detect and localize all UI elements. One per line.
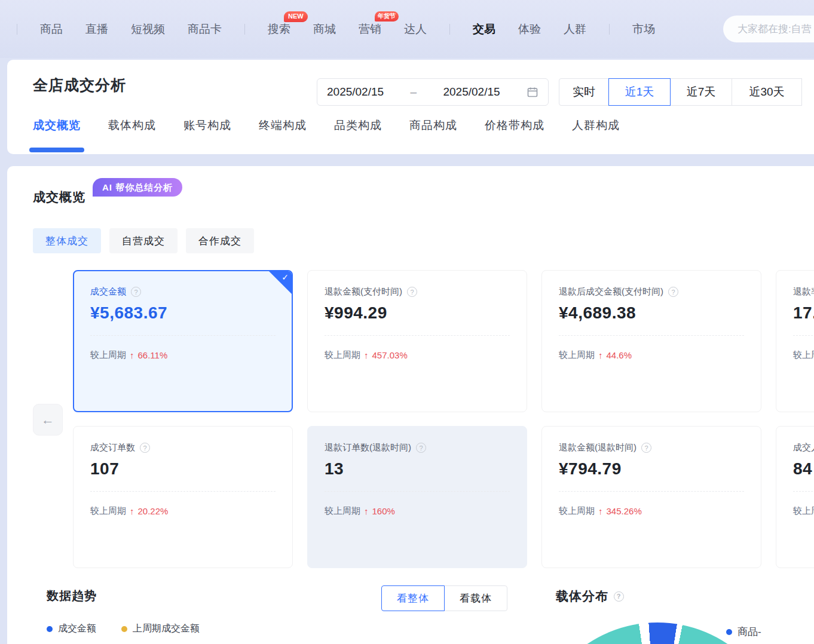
change-label: 较上周期: [90, 505, 126, 517]
card-divider: [793, 491, 814, 492]
help-icon[interactable]: ?: [416, 443, 426, 453]
metric-card-deal-buyers[interactable]: 成交人 84 较上周期: [776, 426, 814, 568]
up-arrow-icon: ↑: [130, 350, 134, 360]
scope-self-operated-chip[interactable]: 自营成交: [109, 228, 178, 253]
date-end: 2025/02/15: [443, 85, 500, 99]
change-label: 较上周期: [325, 349, 360, 361]
legend-item-deal-amount[interactable]: 成交金额: [47, 622, 96, 635]
scope-cooperation-chip[interactable]: 合作成交: [186, 228, 254, 253]
card-divider: [325, 335, 510, 336]
metric-label: 退款订单数(退款时间): [325, 442, 411, 453]
help-icon[interactable]: ?: [641, 443, 651, 453]
nav-item-market[interactable]: 市场: [632, 22, 655, 37]
tab-carrier-composition[interactable]: 载体构成: [108, 118, 156, 133]
metric-label: 退款后成交金额(支付时间): [559, 286, 663, 298]
change-value: 345.26%: [607, 506, 642, 516]
up-arrow-icon: ↑: [130, 506, 134, 516]
metric-value: ¥5,683.67: [90, 303, 276, 323]
nav-item-experience[interactable]: 体验: [518, 22, 541, 37]
card-divider: [325, 491, 510, 492]
range-realtime-button[interactable]: 实时: [559, 78, 609, 106]
page-header-panel: 全店成交分析 2025/02/15 – 2025/02/15 实时 近1天 近7…: [7, 60, 814, 154]
scope-toggle-group: 整体成交 自营成交 合作成交: [33, 228, 254, 253]
trend-legend: 成交金额 上周期成交金额: [47, 622, 200, 635]
overview-section-title: 成交概览: [33, 189, 85, 206]
distribution-section-title: 载体分布 ?: [556, 588, 624, 605]
time-range-group: 实时 近1天 近7天 近30天: [559, 78, 802, 106]
nav-item-live[interactable]: 直播: [85, 22, 108, 37]
pie-legend-item[interactable]: 商品-: [726, 625, 761, 639]
metric-card-refund-amount-refund-time[interactable]: 退款金额(退款时间) ? ¥794.79 较上周期 ↑ 345.26%: [541, 426, 761, 568]
ai-summary-badge[interactable]: AI 帮你总结分析: [93, 178, 182, 197]
tab-account-composition[interactable]: 账号构成: [183, 118, 231, 133]
calendar-icon: [527, 86, 538, 98]
help-icon[interactable]: ?: [131, 287, 141, 297]
change-label: 较上周期: [559, 505, 595, 517]
metric-label: 退款金额(退款时间): [559, 442, 636, 453]
tab-audience-composition[interactable]: 人群构成: [572, 118, 620, 133]
help-icon[interactable]: ?: [668, 287, 678, 297]
metric-card-refund-orders[interactable]: 退款订单数(退款时间) ? 13 较上周期 ↑ 160%: [307, 426, 527, 568]
nav-item-search[interactable]: 搜索 NEW: [268, 22, 290, 37]
tab-terminal-composition[interactable]: 终端构成: [259, 118, 307, 133]
metric-card-refund-amount-pay-time[interactable]: 退款金额(支付时间) ? ¥994.29 较上周期 ↑ 457.03%: [307, 270, 527, 412]
metric-card-deal-amount[interactable]: ✓ 成交金额 ? ¥5,683.67 较上周期 ↑ 66.11%: [73, 270, 293, 412]
legend-dot-blue: [47, 626, 53, 632]
overview-panel: 成交概览 AI 帮你总结分析 整体成交 自营成交 合作成交 ✓ 成交金额 ? ¥…: [7, 166, 814, 644]
nav-item-trade[interactable]: 交易: [473, 22, 495, 37]
change-value: 20.22%: [138, 506, 169, 516]
date-start: 2025/02/15: [327, 85, 384, 99]
nav-item-product-card[interactable]: 商品卡: [188, 22, 222, 37]
date-range-picker[interactable]: 2025/02/15 – 2025/02/15: [317, 78, 549, 106]
range-1day-button[interactable]: 近1天: [608, 78, 671, 106]
nav-divider: [17, 24, 17, 35]
nav-item-short-video[interactable]: 短视频: [131, 22, 165, 37]
metric-value: 107: [90, 459, 276, 479]
nav-divider: [244, 24, 245, 35]
metric-cards-grid: ✓ 成交金额 ? ¥5,683.67 较上周期 ↑ 66.11% 退款金额(支付…: [73, 270, 814, 568]
metric-label: 成交订单数: [90, 442, 135, 453]
date-separator: –: [411, 85, 417, 99]
nav-item-products[interactable]: 商品: [40, 22, 63, 37]
metric-value: 84: [793, 459, 814, 479]
metric-card-deal-orders[interactable]: 成交订单数 ? 107 较上周期 ↑ 20.22%: [73, 426, 293, 568]
legend-item-prev-period-deal-amount[interactable]: 上周期成交金额: [121, 622, 200, 635]
view-overall-button[interactable]: 看整体: [381, 585, 445, 611]
card-divider: [559, 335, 744, 336]
help-icon[interactable]: ?: [407, 287, 417, 297]
nav-divider: [449, 24, 450, 35]
nav-item-audience[interactable]: 人群: [564, 22, 586, 37]
metric-card-refund-rate[interactable]: 退款率 17.4 较上周期: [776, 270, 814, 412]
view-carrier-button[interactable]: 看载体: [444, 585, 507, 611]
change-label: 较上周期: [793, 505, 814, 517]
nav-item-influencer[interactable]: 达人: [404, 22, 427, 37]
cards-scroll-left-button[interactable]: ←: [33, 404, 63, 436]
change-label: 较上周期: [90, 349, 126, 361]
range-30day-button[interactable]: 近30天: [732, 78, 802, 106]
up-arrow-icon: ↑: [364, 506, 369, 516]
tab-category-composition[interactable]: 品类构成: [334, 118, 382, 133]
nav-item-marketing[interactable]: 营销 年货节: [359, 22, 381, 37]
metric-label: 退款率: [793, 286, 814, 298]
trend-section-title: 数据趋势: [47, 588, 97, 604]
change-label: 较上周期: [559, 349, 595, 361]
new-badge: NEW: [284, 11, 308, 22]
search-input[interactable]: [723, 16, 814, 42]
top-nav-bar: 商品 直播 短视频 商品卡 搜索 NEW 商城 营销 年货节 达人 交易 体验 …: [0, 0, 814, 58]
range-7day-button[interactable]: 近7天: [670, 78, 732, 106]
up-arrow-icon: ↑: [598, 350, 603, 360]
metric-value: 17.4: [793, 303, 814, 323]
metric-value: ¥794.79: [559, 459, 744, 479]
analysis-tabs: 成交概览 载体构成 账号构成 终端构成 品类构成 商品构成 价格带构成 人群构成: [33, 118, 620, 133]
metric-card-net-deal-amount[interactable]: 退款后成交金额(支付时间) ? ¥4,689.38 较上周期 ↑ 44.6%: [541, 270, 761, 412]
change-label: 较上周期: [793, 349, 814, 361]
up-arrow-icon: ↑: [364, 350, 369, 360]
help-icon[interactable]: ?: [140, 443, 150, 453]
change-value: 160%: [372, 506, 395, 516]
help-icon[interactable]: ?: [614, 591, 624, 602]
tab-deal-overview[interactable]: 成交概览: [33, 118, 81, 133]
nav-item-mall[interactable]: 商城: [313, 22, 336, 37]
scope-overall-chip[interactable]: 整体成交: [33, 228, 101, 253]
tab-product-composition[interactable]: 商品构成: [409, 118, 457, 133]
tab-price-band-composition[interactable]: 价格带构成: [485, 118, 544, 133]
